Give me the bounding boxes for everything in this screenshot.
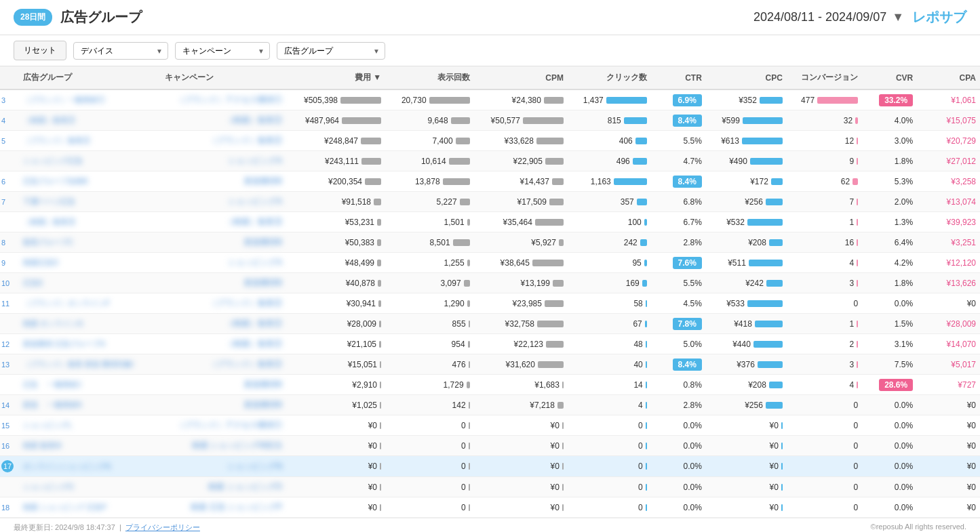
impressions-value: 3,097 xyxy=(441,279,461,288)
conversions-cell: 3 xyxy=(787,354,862,375)
cpc-bar xyxy=(758,361,783,368)
ad-group-name[interactable]: ショッピングL xyxy=(19,415,161,436)
clicks-bar xyxy=(646,443,647,449)
impressions-cell: 0 xyxy=(385,477,474,497)
cpm-cell: ¥23,985 xyxy=(474,293,568,314)
impressions-cell: 8,501 xyxy=(385,232,474,253)
impressions-cell: 5,227 xyxy=(385,192,474,212)
table-header-row: 広告グループ キャンペーン 費用 ▼ 表示回数 CPM クリック数 CTR CP… xyxy=(0,66,980,89)
cost-bar xyxy=(380,504,381,511)
conversions-value: 0 xyxy=(853,441,858,451)
privacy-policy-link[interactable]: プライバシーポリシー xyxy=(125,523,200,531)
ctr-cell: 0.0% xyxy=(651,415,706,436)
cpm-cell: ¥5,927 xyxy=(474,232,568,253)
conversions-value: 16 xyxy=(845,238,854,247)
campaign-name[interactable]: （ブランド）アクセス獲得① xyxy=(161,415,286,436)
col-impressions[interactable]: 表示回数 xyxy=(385,66,474,89)
conversions-bar xyxy=(855,117,858,124)
campaign-name[interactable]: （ブランド）集客② xyxy=(161,354,286,375)
col-campaign[interactable]: キャンペーン xyxy=(161,66,286,89)
campaign-name[interactable]: 新規獲得B xyxy=(161,395,286,415)
ad-group-name[interactable]: （ブランド）一般商材① xyxy=(19,89,161,110)
ad-group-name[interactable]: 広告グループ名称B xyxy=(19,171,161,192)
campaign-name[interactable]: ショッピングA xyxy=(161,253,286,273)
impressions-bar xyxy=(464,280,470,287)
campaign-name[interactable]: 検索 広告 ショッピングP xyxy=(161,497,286,518)
cost-bar xyxy=(380,484,381,491)
filters-bar: リセット デバイス キャンペーン 広告グループ xyxy=(0,35,980,66)
campaign-name[interactable]: 新規獲得B xyxy=(161,375,286,395)
reset-button[interactable]: リセット xyxy=(14,41,66,60)
col-cvr[interactable]: CVR xyxy=(862,66,917,89)
ad-group-name[interactable]: 広告 一般商材J xyxy=(19,375,161,395)
clicks-cell: 0 xyxy=(568,456,651,477)
ad-group-name[interactable]: 下層ページ広告 xyxy=(19,192,161,212)
campaign-name[interactable]: ショッピングA xyxy=(161,151,286,171)
ad-group-name[interactable]: （ブランド）オンラインF xyxy=(19,293,161,314)
cpm-value: ¥17,509 xyxy=(517,197,547,207)
campaign-name[interactable]: 新規獲得B xyxy=(161,273,286,293)
campaign-name[interactable]: ショッピングN xyxy=(161,456,286,477)
table-row: （検索）集客③（検索）集客③¥53,2311,501¥35,4641006.7%… xyxy=(0,212,980,232)
campaign-name[interactable]: 新規獲得B xyxy=(161,171,286,192)
col-cpm[interactable]: CPM xyxy=(474,66,568,89)
ad-group-name[interactable]: 検索 ショッピング 広告P xyxy=(19,497,161,518)
ad-group-filter[interactable]: 広告グループ xyxy=(277,42,385,60)
ad-group-name[interactable]: 新規 一般商材K xyxy=(19,395,161,415)
cpm-value: ¥0 xyxy=(551,421,560,430)
impressions-bar xyxy=(429,97,470,104)
col-conversions[interactable]: コンバージョン xyxy=(787,66,862,89)
campaign-name[interactable]: ショッピングA xyxy=(161,192,286,212)
cost-cell: ¥91,518 xyxy=(286,192,385,212)
clicks-bar xyxy=(646,382,647,388)
row-number: 9 xyxy=(0,253,19,273)
ad-group-name[interactable]: ショッピング広告 xyxy=(19,151,161,171)
campaign-name[interactable]: （ブランド）アクセス獲得① xyxy=(161,89,286,110)
ad-group-name[interactable]: 検索 集客M xyxy=(19,436,161,456)
ad-group-name[interactable]: （ブランド）集客② xyxy=(19,131,161,151)
ad-group-name[interactable]: 検索 オンラインG xyxy=(19,314,161,334)
ad-group-name[interactable]: 広告E xyxy=(19,273,161,293)
col-ctr[interactable]: CTR xyxy=(651,66,706,89)
conversions-bar xyxy=(857,138,858,144)
date-dropdown-icon[interactable]: ▼ xyxy=(892,10,904,24)
device-filter[interactable]: デバイス xyxy=(73,42,168,60)
campaign-name[interactable]: 新規獲得B xyxy=(161,232,286,253)
conversions-value: 0 xyxy=(853,503,858,512)
impressions-bar xyxy=(467,300,470,307)
impressions-value: 20,730 xyxy=(401,96,427,105)
col-ad-group[interactable]: 広告グループ xyxy=(19,66,161,89)
ad-group-name[interactable]: 集客グループC xyxy=(19,232,161,253)
ad-group-name[interactable]: （検索）集客③ xyxy=(19,212,161,232)
campaign-name[interactable]: 検索 ショッピングM担当 xyxy=(161,436,286,456)
ad-group-name[interactable]: 検索広告D xyxy=(19,253,161,273)
clicks-value: 242 xyxy=(624,238,638,247)
cpc-cell: ¥0 xyxy=(706,497,787,518)
ctr-value: 5.5% xyxy=(684,136,702,146)
col-clicks[interactable]: クリック数 xyxy=(568,66,651,89)
campaign-filter[interactable]: キャンペーン xyxy=(175,42,270,60)
col-cpc[interactable]: CPC xyxy=(706,66,787,89)
ad-group-name[interactable]: 新規獲得 広告グループH xyxy=(19,334,161,354)
campaign-name[interactable]: （ブランド）集客② xyxy=(161,293,286,314)
ctr-cell: 6.8% xyxy=(651,192,706,212)
ad-group-name[interactable]: （検索）集客② xyxy=(19,110,161,131)
ad-group-name[interactable]: オンラインショッピングN xyxy=(19,456,161,477)
campaign-name[interactable]: （ブランド）集客② xyxy=(161,131,286,151)
ad-group-name[interactable]: ショッピングO xyxy=(19,477,161,497)
clicks-value: 0 xyxy=(638,503,643,512)
impressions-value: 7,400 xyxy=(433,136,453,146)
table-row: 広告 一般商材J新規獲得B¥2,9101,729¥1,683140.8%¥208… xyxy=(0,375,980,395)
ad-group-name[interactable]: （ブランド）集客 新規 獲得対象I xyxy=(19,354,161,375)
campaign-name[interactable]: 検索 ショッピングO xyxy=(161,477,286,497)
ctr-value: 0.0% xyxy=(684,483,702,492)
campaign-name[interactable]: （検索）集客② xyxy=(161,334,286,354)
cost-cell: ¥505,398 xyxy=(286,89,385,110)
campaign-name[interactable]: （検索）集客③ xyxy=(161,212,286,232)
impressions-bar xyxy=(469,504,470,511)
campaign-name[interactable]: （検索）集客② xyxy=(161,314,286,334)
page-title: 広告グループ xyxy=(60,8,753,26)
campaign-name[interactable]: （検索）集客② xyxy=(161,110,286,131)
col-cpa[interactable]: CPA xyxy=(917,66,980,89)
col-cost[interactable]: 費用 ▼ xyxy=(286,66,385,89)
